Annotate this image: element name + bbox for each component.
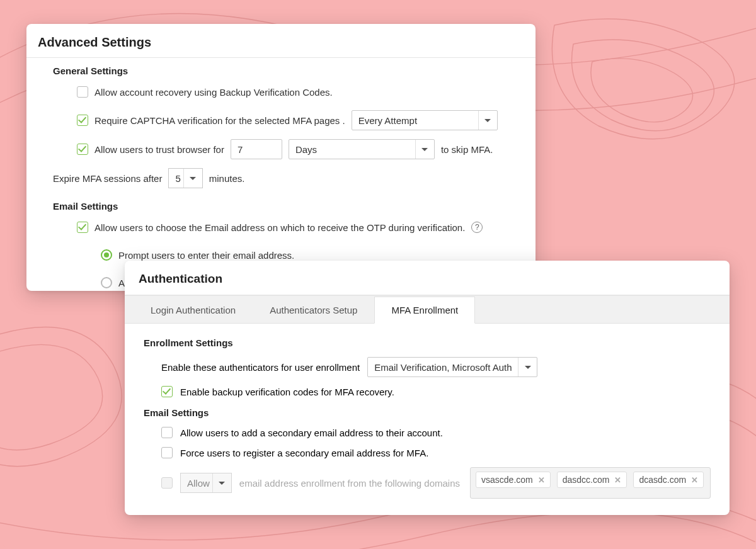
authentication-title: Authentication [125,261,730,295]
allow-backup-codes-label: Allow account recovery using Backup Veri… [94,87,333,98]
require-captcha-checkbox[interactable] [77,115,88,126]
advanced-settings-panel: Advanced Settings General Settings Allow… [26,24,536,291]
tab-mfa-enrollment[interactable]: MFA Enrollment [374,297,475,324]
prompt-email-radio[interactable] [101,249,112,261]
domain-mode-select[interactable]: Allow [180,473,232,493]
domain-enrollment-label: email address enrollment from the follow… [239,478,460,489]
expire-mfa-label-b: minutes. [209,173,245,184]
enable-backup-codes-label: Enable backup verification codes for MFA… [180,387,394,397]
enable-authenticators-value: Email Verification, Microsoft Authenti [374,362,512,373]
choose-email-checkbox[interactable] [77,222,88,233]
trust-browser-unit-select[interactable]: Days [289,139,435,159]
allow-backup-codes-checkbox[interactable] [77,86,88,98]
trust-browser-label-b: to skip MFA. [441,144,493,155]
allow-email-radio[interactable] [101,277,112,288]
domain-token: dcasdc.com ✕ [633,472,704,488]
captcha-frequency-value: Every Attempt [358,115,417,126]
enrollment-settings-heading: Enrollment Settings [144,337,711,348]
domain-token: dasdcc.com ✕ [557,472,627,488]
trust-browser-label-a: Allow users to trust browser for [94,144,224,155]
domain-enrollment-checkbox [161,477,173,489]
trust-browser-checkbox[interactable] [77,144,88,155]
captcha-frequency-select[interactable]: Every Attempt [352,110,498,130]
enable-authenticators-select[interactable]: Email Verification, Microsoft Authenti [367,357,537,377]
choose-email-label: Allow users to choose the Email address … [94,222,465,233]
authentication-tabbar: Login Authentication Authenticators Setu… [125,295,730,324]
auth-email-heading: Email Settings [144,407,711,418]
allow-secondary-email-label: Allow users to add a secondary email add… [180,427,443,438]
expire-mfa-label-a: Expire MFA sessions after [53,173,162,184]
advanced-email-heading: Email Settings [53,201,512,212]
tab-authenticators-setup[interactable]: Authenticators Setup [253,297,374,324]
enable-authenticators-label: Enable these authenticators for user enr… [161,362,360,373]
expire-mfa-minutes-select[interactable]: 5 [168,168,202,188]
trust-browser-duration-input[interactable]: 7 [231,139,282,159]
force-secondary-email-checkbox[interactable] [161,447,173,458]
domain-token-box[interactable]: vsascde.com ✕ dasdcc.com ✕ dcasdc.com ✕ [470,467,711,499]
allow-secondary-email-checkbox[interactable] [161,427,173,438]
close-icon[interactable]: ✕ [538,475,545,485]
force-secondary-email-label: Force users to register a secondary emai… [180,448,428,458]
enable-backup-codes-checkbox[interactable] [161,386,173,397]
prompt-email-label: Prompt users to enter their email addres… [118,250,294,261]
close-icon[interactable]: ✕ [614,475,621,485]
close-icon[interactable]: ✕ [691,475,698,485]
require-captcha-label: Require CAPTCHA verification for the sel… [94,115,345,126]
advanced-settings-title: Advanced Settings [26,24,536,58]
tab-login-authentication[interactable]: Login Authentication [134,297,253,324]
authentication-panel: Authentication Login Authentication Auth… [125,261,730,515]
trust-browser-unit-value: Days [295,144,317,155]
help-icon[interactable]: ? [471,222,483,233]
domain-token: vsascde.com ✕ [476,472,551,488]
general-settings-heading: General Settings [53,65,512,76]
